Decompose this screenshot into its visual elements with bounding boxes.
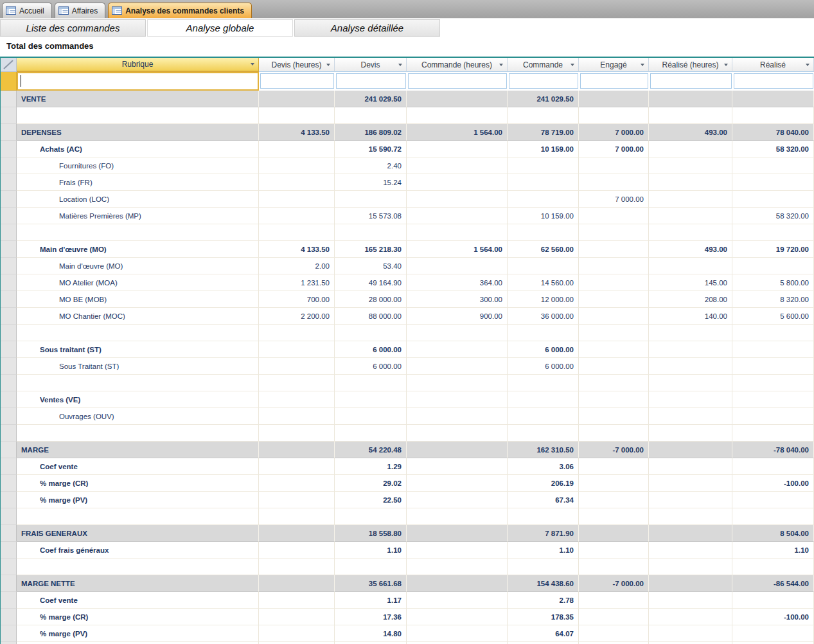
value-cell[interactable] [259,525,335,542]
value-cell[interactable] [649,375,732,391]
rubrique-cell[interactable] [17,508,259,525]
value-cell[interactable] [649,174,732,191]
value-cell[interactable] [732,425,814,442]
value-cell[interactable] [649,391,732,408]
value-cell[interactable]: 493.00 [649,241,732,258]
value-cell[interactable]: 178.35 [508,609,579,625]
value-cell[interactable] [259,174,335,191]
value-cell[interactable]: -100.00 [732,609,814,625]
value-cell[interactable]: 29.02 [335,475,407,492]
value-cell[interactable] [579,408,649,425]
value-cell[interactable] [407,408,508,425]
new-record-cell[interactable] [335,72,407,91]
value-cell[interactable] [732,391,814,408]
value-cell[interactable]: 2 200.00 [259,308,335,325]
value-cell[interactable] [259,625,335,642]
value-cell[interactable] [407,107,508,124]
rubrique-cell[interactable]: Fournitures (FO) [17,157,259,174]
value-cell[interactable]: 241 029.50 [335,91,407,107]
value-cell[interactable] [259,341,335,358]
value-cell[interactable] [407,191,508,208]
value-cell[interactable]: 186 809.02 [335,124,407,141]
value-cell[interactable]: 493.00 [649,124,732,141]
value-cell[interactable] [649,575,732,592]
value-cell[interactable]: 1.29 [335,458,407,475]
value-cell[interactable]: 7 000.00 [579,191,649,208]
row-selector[interactable] [1,442,17,458]
value-cell[interactable] [649,592,732,609]
rubrique-cell[interactable]: MO Chantier (MOC) [17,308,259,325]
value-cell[interactable] [407,341,508,358]
rubrique-cell[interactable] [17,425,259,442]
value-cell[interactable] [732,458,814,475]
value-cell[interactable] [732,508,814,525]
row-selector[interactable] [1,124,17,141]
rubrique-cell[interactable]: % marge (PV) [17,492,259,508]
value-cell[interactable] [732,492,814,508]
value-cell[interactable] [579,492,649,508]
row-selector[interactable] [1,224,17,241]
rubrique-cell[interactable] [17,325,259,341]
value-cell[interactable]: 2.78 [508,592,579,609]
value-cell[interactable] [649,341,732,358]
value-cell[interactable]: 7 871.90 [508,525,579,542]
rubrique-cell[interactable]: Achats (AC) [17,141,259,157]
value-cell[interactable] [335,224,407,241]
row-selector[interactable] [1,408,17,425]
value-cell[interactable] [649,258,732,274]
value-cell[interactable] [508,325,579,341]
value-cell[interactable] [407,258,508,274]
value-cell[interactable] [407,358,508,375]
new-record-cell[interactable] [259,72,335,91]
value-cell[interactable]: 6 000.00 [508,341,579,358]
new-record-cell[interactable] [407,72,508,91]
row-selector[interactable] [1,325,17,341]
value-cell[interactable] [259,575,335,592]
value-cell[interactable] [732,157,814,174]
chevron-down-icon[interactable] [806,64,810,66]
column-header-realise-heures[interactable]: Réalisé (heures) [649,58,732,72]
column-header-engage[interactable]: Engagé [579,58,649,72]
value-cell[interactable] [649,91,732,107]
value-cell[interactable] [407,208,508,224]
value-cell[interactable] [407,391,508,408]
value-cell[interactable] [407,525,508,542]
row-selector[interactable] [1,157,17,174]
value-cell[interactable]: 14 560.00 [508,274,579,291]
value-cell[interactable] [508,408,579,425]
rubrique-cell[interactable]: % marge (CR) [17,475,259,492]
value-cell[interactable] [335,391,407,408]
value-cell[interactable] [335,508,407,525]
value-cell[interactable]: 1.10 [732,542,814,559]
rubrique-cell[interactable]: FRAIS GENERAUX [17,525,259,542]
value-cell[interactable]: 49 164.90 [335,274,407,291]
value-cell[interactable] [407,458,508,475]
value-cell[interactable] [732,408,814,425]
value-cell[interactable] [732,191,814,208]
select-all-corner[interactable] [1,58,17,72]
value-cell[interactable]: 28 000.00 [335,291,407,308]
value-cell[interactable] [579,274,649,291]
value-cell[interactable]: 19 720.00 [732,241,814,258]
value-cell[interactable]: 53.40 [335,258,407,274]
value-cell[interactable] [407,174,508,191]
value-cell[interactable] [579,308,649,325]
value-cell[interactable]: 900.00 [407,308,508,325]
value-cell[interactable]: 208.00 [649,291,732,308]
value-cell[interactable] [508,258,579,274]
value-cell[interactable] [407,157,508,174]
value-cell[interactable]: 364.00 [407,274,508,291]
rubrique-cell[interactable]: MARGE NETTE [17,575,259,592]
rubrique-cell[interactable]: MO Atelier (MOA) [17,274,259,291]
value-cell[interactable] [407,91,508,107]
value-cell[interactable] [732,174,814,191]
rubrique-cell[interactable]: Frais (FR) [17,174,259,191]
column-header-realise[interactable]: Réalisé [732,58,814,72]
value-cell[interactable]: 7 000.00 [579,124,649,141]
window-tab-accueil[interactable]: Accueil [2,3,52,18]
value-cell[interactable] [579,174,649,191]
value-cell[interactable] [259,492,335,508]
value-cell[interactable]: 3.06 [508,458,579,475]
new-record-cell[interactable] [579,72,649,91]
value-cell[interactable] [407,141,508,157]
